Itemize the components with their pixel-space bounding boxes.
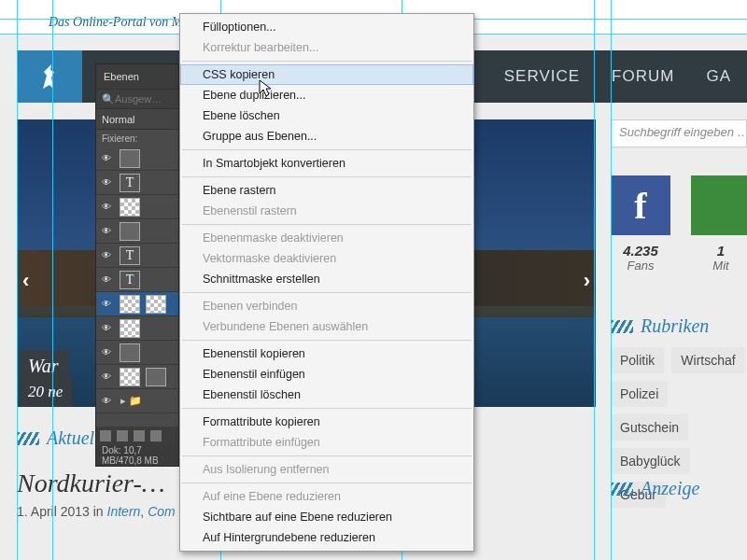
facebook-icon: f xyxy=(611,175,670,235)
text-layer-icon: T xyxy=(120,174,140,192)
visibility-icon[interactable]: 👁 xyxy=(96,299,117,309)
fb-count: 4.235 xyxy=(623,243,658,259)
layer-row[interactable]: 👁T xyxy=(96,171,178,195)
cat-intern[interactable]: Intern xyxy=(107,504,141,519)
blend-mode[interactable]: Normal xyxy=(96,109,178,130)
menu-link-layers: Ebenen verbinden xyxy=(180,296,473,316)
layers-tab[interactable]: Ebenen xyxy=(96,64,178,89)
visibility-icon[interactable]: 👁 xyxy=(96,323,117,333)
carousel-next[interactable]: › xyxy=(584,269,590,293)
goat-icon xyxy=(37,63,62,91)
cat-com[interactable]: Com xyxy=(148,504,176,519)
visibility-icon[interactable]: 👁 xyxy=(96,202,117,212)
tag-gutschein[interactable]: Gutschein xyxy=(611,414,688,441)
lock-row: Fixieren: xyxy=(96,130,178,147)
section-title-anzeige: Anzeige xyxy=(641,478,699,499)
tag-politik[interactable]: Politik xyxy=(611,347,664,373)
layer-row[interactable]: 👁 xyxy=(96,219,178,244)
adjustment-icon[interactable] xyxy=(134,430,145,441)
mask-thumb xyxy=(146,295,166,314)
visibility-icon[interactable]: 👁 xyxy=(96,396,117,406)
fx-icon[interactable] xyxy=(100,430,111,441)
layer-thumb xyxy=(120,295,140,314)
folder-icon[interactable] xyxy=(150,430,162,441)
layer-thumb xyxy=(120,343,140,362)
layer-thumb xyxy=(120,149,140,168)
menu-rasterize-layer[interactable]: Ebene rastern xyxy=(180,180,473,201)
visibility-icon[interactable]: 👁 xyxy=(96,250,117,260)
layers-panel[interactable]: Ebenen 🔍 Normal Fixieren: 👁 👁T 👁 👁 👁T 👁T… xyxy=(95,63,179,467)
menu-merge-visible[interactable]: Sichtbare auf eine Ebene reduzieren xyxy=(180,507,473,527)
section-anzeige: Anzeige xyxy=(611,478,747,499)
menu-copy-formatattrs[interactable]: Formattribute kopieren xyxy=(180,412,473,432)
menu-rasterize-style: Ebenenstil rastern xyxy=(180,201,473,221)
layer-row[interactable]: 👁 xyxy=(96,195,178,219)
article-block: Nordkurier-… 1. April 2013 in Intern, Co… xyxy=(17,469,176,519)
layer-row[interactable]: 👁 xyxy=(96,316,178,341)
menu-separator xyxy=(182,483,472,483)
ig-count: 1 xyxy=(717,243,725,259)
menu-separator xyxy=(182,176,472,177)
visibility-icon[interactable]: 👁 xyxy=(96,274,117,285)
menu-fill-options[interactable]: Fülloptionen... xyxy=(180,17,473,37)
menu-disable-vectormask: Vektormaske deaktivieren xyxy=(180,248,473,269)
menu-separator xyxy=(182,455,472,456)
visibility-icon[interactable]: 👁 xyxy=(96,347,117,357)
tag-babyglueck[interactable]: Babyglück xyxy=(611,448,690,474)
menu-flatten[interactable]: Auf Hintergrundebene reduzieren xyxy=(180,527,473,548)
menu-convert-smartobject[interactable]: In Smartobjekt konvertieren xyxy=(180,153,473,174)
guide-vertical xyxy=(17,0,18,560)
menu-paste-layerstyle[interactable]: Ebenenstil einfügen xyxy=(180,364,473,385)
tag-polizei[interactable]: Polizei xyxy=(611,381,668,407)
guide-vertical xyxy=(611,0,612,560)
fb-label: Fans xyxy=(627,259,655,273)
hero-caption-1: War xyxy=(17,350,68,383)
visibility-icon[interactable]: 👁 xyxy=(96,153,117,163)
layer-row[interactable]: 👁▸ 📁 xyxy=(96,389,178,413)
menu-create-clippingmask[interactable]: Schnittmaske erstellen xyxy=(180,269,473,289)
carousel-prev[interactable]: ‹ xyxy=(22,269,29,293)
menu-copy-css[interactable]: CSS kopieren xyxy=(180,64,473,85)
layer-thumb xyxy=(120,198,140,217)
menu-clear-layerstyle[interactable]: Ebenenstil löschen xyxy=(180,385,473,405)
nav-item-service[interactable]: SERVICE xyxy=(488,67,596,86)
menu-separator xyxy=(182,61,472,62)
cursor-icon xyxy=(259,79,274,98)
menu-select-linked: Verbundene Ebenen auswählen xyxy=(180,316,473,337)
site-logo[interactable] xyxy=(17,50,82,103)
hero-caption-2: 20 ne xyxy=(17,379,72,407)
visibility-icon[interactable]: 👁 xyxy=(96,177,117,188)
ig-label: Mit xyxy=(712,259,728,273)
layer-row[interactable]: 👁T xyxy=(96,268,178,292)
layer-row[interactable]: 👁T xyxy=(96,244,178,268)
layers-search-input[interactable] xyxy=(115,93,171,105)
layers-search[interactable]: 🔍 xyxy=(96,89,178,109)
menu-delete-layer[interactable]: Ebene löschen xyxy=(180,105,473,126)
tag-wirtschaft[interactable]: Wirtschaf xyxy=(671,347,744,373)
nav-item-ga[interactable]: GA xyxy=(690,67,747,86)
social-icon xyxy=(691,175,747,235)
menu-copy-layerstyle[interactable]: Ebenenstil kopieren xyxy=(180,343,473,364)
second-social-box[interactable]: 1 Mit xyxy=(691,175,747,273)
menu-duplicate-layer[interactable]: Ebene duplizieren... xyxy=(180,85,473,105)
mask-thumb xyxy=(146,368,166,386)
visibility-icon[interactable]: 👁 xyxy=(96,226,117,236)
social-boxes: f 4.235 Fans 1 Mit xyxy=(611,175,747,273)
menu-group-layers[interactable]: Gruppe aus Ebenen... xyxy=(180,126,473,147)
article-meta: 1. April 2013 in Intern, Com xyxy=(17,504,176,519)
search-input[interactable]: Suchbegriff eingeben … xyxy=(611,119,747,147)
mask-icon[interactable] xyxy=(117,430,128,441)
menu-separator xyxy=(182,149,472,150)
context-menu[interactable]: Fülloptionen... Korrektur bearbeiten... … xyxy=(179,13,474,552)
hatch-icon xyxy=(611,320,633,333)
menu-paste-formatattrs: Formattribute einfügen xyxy=(180,432,473,453)
layer-row[interactable]: 👁 xyxy=(96,147,178,171)
visibility-icon[interactable]: 👁 xyxy=(96,371,117,382)
layer-row[interactable]: 👁 xyxy=(96,341,178,365)
article-title[interactable]: Nordkurier-… xyxy=(17,469,176,498)
facebook-box[interactable]: f 4.235 Fans xyxy=(611,175,670,273)
doc-status: Dok: 10,7 MB/470,8 MB xyxy=(96,445,178,466)
guide-vertical xyxy=(594,0,595,560)
layer-row[interactable]: 👁 xyxy=(96,365,178,389)
layer-row-selected[interactable]: 👁 xyxy=(96,292,178,316)
